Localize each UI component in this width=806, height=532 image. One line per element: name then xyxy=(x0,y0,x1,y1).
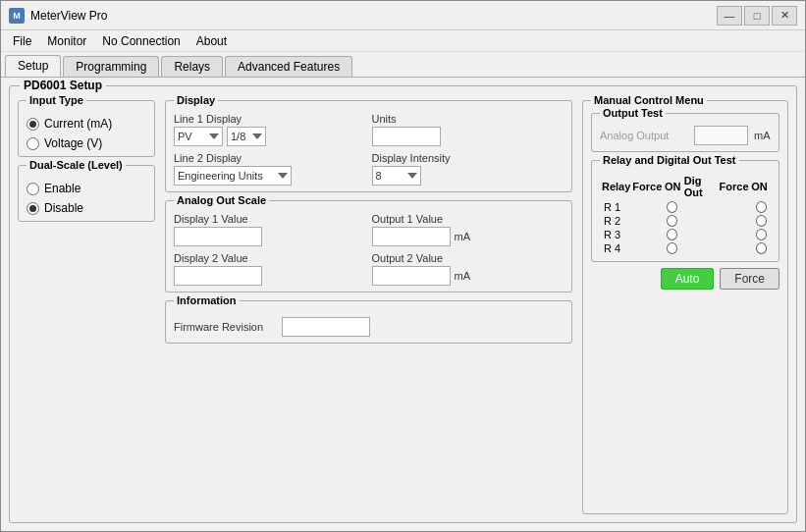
dig-r1-on-radio[interactable] xyxy=(756,201,767,213)
on2-col-header: ON xyxy=(751,181,769,192)
output2-input[interactable]: 20.000 xyxy=(372,266,451,286)
minimize-button[interactable]: — xyxy=(717,6,742,26)
dual-scale-enable-radio[interactable] xyxy=(27,183,39,195)
tab-relays[interactable]: Relays xyxy=(161,56,223,77)
relay-r4-on-radio[interactable] xyxy=(667,242,677,254)
firmware-label: Firmware Revision xyxy=(174,321,272,333)
window-title: MeterView Pro xyxy=(30,9,717,23)
display1-label: Display 1 Value xyxy=(174,213,366,225)
output-test-fieldset: Output Test Analog Output 4.000 mA xyxy=(591,113,779,152)
relay-r2-on-radio[interactable] xyxy=(667,215,677,227)
app-icon: M xyxy=(9,8,25,24)
main-window: M MeterView Pro — □ ✕ File Monitor No Co… xyxy=(0,0,806,532)
display1-input[interactable]: 4.0.0 xyxy=(174,227,262,246)
menu-no-connection[interactable]: No Connection xyxy=(94,32,188,50)
menu-about[interactable]: About xyxy=(188,32,235,50)
intensity-select[interactable]: 81234567 xyxy=(372,166,421,186)
information-fieldset: Information Firmware Revision 3.212 xyxy=(165,300,572,344)
dual-scale-legend: Dual-Scale (Level) xyxy=(27,159,126,171)
main-layout: Input Type Current (mA) Voltage (V) xyxy=(18,100,788,514)
dig-r4-on-radio[interactable] xyxy=(756,242,767,254)
analog-out-scale-fieldset: Analog Out Scale Display 1 Value 4.0.0 O… xyxy=(165,200,572,293)
output-test-legend: Output Test xyxy=(600,107,666,119)
close-button[interactable]: ✕ xyxy=(772,6,797,26)
units-text-input[interactable]: LEVEL xyxy=(372,127,441,146)
intensity-label: Display Intensity xyxy=(372,152,564,164)
input-current-option[interactable]: Current (mA) xyxy=(27,117,146,131)
dual-scale-disable-radio[interactable] xyxy=(27,202,39,215)
input-voltage-option[interactable]: Voltage (V) xyxy=(27,136,146,150)
menu-bar: File Monitor No Connection About xyxy=(1,30,805,52)
title-bar: M MeterView Pro — □ ✕ xyxy=(1,1,805,30)
maximize-button[interactable]: □ xyxy=(744,6,770,26)
relay-dig-out-fieldset: Relay and Digital Out Test Relay Force O… xyxy=(591,160,779,262)
dual-scale-disable-option[interactable]: Disable xyxy=(27,201,146,215)
tab-setup[interactable]: Setup xyxy=(5,55,61,77)
input-current-label: Current (mA) xyxy=(44,117,112,131)
relay-r2-label: R 2 xyxy=(604,215,630,227)
input-type-legend: Input Type xyxy=(27,94,86,106)
output2-label: Output 2 Value xyxy=(372,252,564,264)
dig-r3-on-radio[interactable] xyxy=(756,229,767,240)
display1-group: Display 1 Value 4.0.0 xyxy=(174,213,366,246)
menu-file[interactable]: File xyxy=(5,32,39,50)
display2-group: Display 2 Value 20.0.0 xyxy=(174,252,366,286)
line1-display-label: Line 1 Display xyxy=(174,113,366,125)
line2-display-label: Line 2 Display xyxy=(174,152,366,164)
pd6001-setup-group: PD6001 Setup Input Type Current (mA) xyxy=(9,85,797,523)
line2-display-select[interactable]: Engineering UnitsPercentNone xyxy=(174,166,292,186)
output1-group: Output 1 Value 4.000 mA xyxy=(372,213,564,246)
input-type-options: Current (mA) Voltage (V) xyxy=(27,113,146,150)
analog-output-row: Analog Output 4.000 mA xyxy=(600,126,771,145)
relay-r3-on-radio[interactable] xyxy=(667,229,677,240)
menu-monitor[interactable]: Monitor xyxy=(39,32,94,50)
dual-scale-options: Enable Disable xyxy=(27,178,146,215)
pd6001-setup-label: PD6001 Setup xyxy=(20,79,106,92)
auto-button[interactable]: Auto xyxy=(661,268,715,290)
display2-input[interactable]: 20.0.0 xyxy=(174,266,262,286)
tab-programming[interactable]: Programming xyxy=(63,56,159,77)
dual-scale-enable-label: Enable xyxy=(44,182,81,195)
relay-col-header: Relay xyxy=(602,181,630,192)
analog-output-unit: mA xyxy=(754,130,771,141)
force-button[interactable]: Force xyxy=(720,268,779,290)
line1-display-select[interactable]: PVSVDEV xyxy=(174,127,223,146)
output2-group: Output 2 Value 20.000 mA xyxy=(372,252,564,286)
display-grid: Line 1 Display PVSVDEV 1/81/41/21 xyxy=(174,113,564,186)
dual-scale-enable-option[interactable]: Enable xyxy=(27,182,146,195)
output1-input[interactable]: 4.000 xyxy=(372,227,451,246)
relay-header: Relay Force ON Dig Out Force ON xyxy=(600,173,771,200)
manual-control-legend: Manual Control Menu xyxy=(591,94,707,106)
output1-row: 4.000 mA xyxy=(372,227,564,246)
firmware-input[interactable]: 3.212 xyxy=(282,317,370,337)
analog-output-input[interactable]: 4.000 xyxy=(694,126,748,145)
output2-row: 20.000 mA xyxy=(372,266,564,286)
manual-control-fieldset: Manual Control Menu Output Test Analog O… xyxy=(582,100,788,514)
left-panel: Input Type Current (mA) Voltage (V) xyxy=(18,100,155,514)
output1-label: Output 1 Value xyxy=(372,213,564,225)
analog-out-scale-legend: Analog Out Scale xyxy=(174,194,269,206)
force2-col-header: Force xyxy=(720,181,750,192)
display2-label: Display 2 Value xyxy=(174,252,366,264)
relay-row-1: R 1 xyxy=(600,200,771,214)
information-legend: Information xyxy=(174,294,240,306)
window-controls: — □ ✕ xyxy=(717,6,797,26)
relay-r4-label: R 4 xyxy=(604,242,630,254)
output1-unit: mA xyxy=(455,231,471,242)
units-select[interactable]: 1/81/41/21 xyxy=(227,127,266,146)
force-col-header: Force xyxy=(632,181,663,192)
output2-unit: mA xyxy=(455,270,471,282)
input-voltage-radio[interactable] xyxy=(27,137,39,150)
dig-r2-on-radio[interactable] xyxy=(756,215,767,227)
display-fieldset: Display Line 1 Display PVSVDEV 1/81/41/2… xyxy=(165,100,572,192)
right-panel: Manual Control Menu Output Test Analog O… xyxy=(582,100,788,514)
relay-r1-on-radio[interactable] xyxy=(667,201,677,213)
tab-advanced-features[interactable]: Advanced Features xyxy=(225,56,352,77)
relay-row-4: R 4 xyxy=(600,241,771,255)
input-current-radio[interactable] xyxy=(27,118,39,131)
relay-r1-label: R 1 xyxy=(604,201,630,213)
units-label: Units xyxy=(372,113,564,125)
on-col-header: ON xyxy=(665,181,682,192)
content-area: PD6001 Setup Input Type Current (mA) xyxy=(1,78,805,531)
input-type-fieldset: Input Type Current (mA) Voltage (V) xyxy=(18,100,155,157)
